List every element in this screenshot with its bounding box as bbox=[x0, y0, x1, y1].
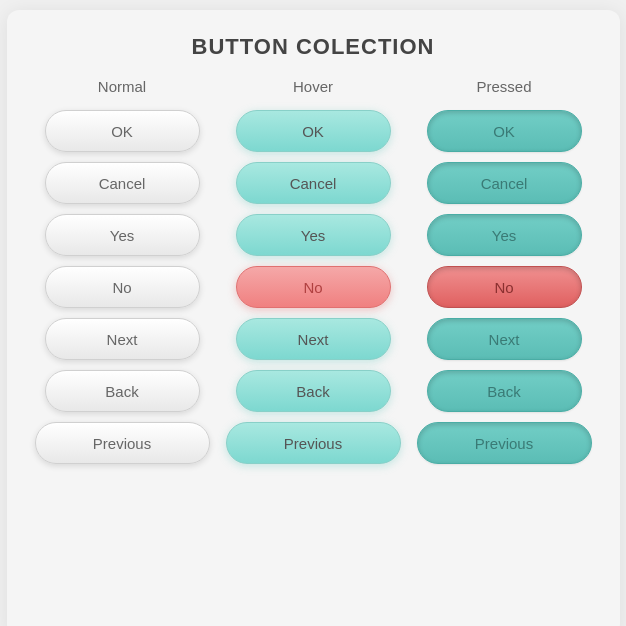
cell-cancel-normal: Cancel bbox=[27, 157, 218, 209]
btn-next-pressed[interactable]: Next bbox=[427, 318, 582, 360]
cell-yes-hover: Yes bbox=[218, 209, 409, 261]
btn-next-normal[interactable]: Next bbox=[45, 318, 200, 360]
btn-cancel-normal[interactable]: Cancel bbox=[45, 162, 200, 204]
btn-cancel-pressed[interactable]: Cancel bbox=[427, 162, 582, 204]
cell-no-hover: No bbox=[218, 261, 409, 313]
cell-next-pressed: Next bbox=[409, 313, 600, 365]
btn-ok-hover[interactable]: OK bbox=[236, 110, 391, 152]
btn-previous-pressed[interactable]: Previous bbox=[417, 422, 592, 464]
header-pressed: Pressed bbox=[409, 78, 600, 105]
cell-back-pressed: Back bbox=[409, 365, 600, 417]
cell-previous-hover: Previous bbox=[218, 417, 409, 469]
btn-yes-pressed[interactable]: Yes bbox=[427, 214, 582, 256]
cell-next-hover: Next bbox=[218, 313, 409, 365]
btn-yes-hover[interactable]: Yes bbox=[236, 214, 391, 256]
cell-back-normal: Back bbox=[27, 365, 218, 417]
cell-yes-pressed: Yes bbox=[409, 209, 600, 261]
header-normal: Normal bbox=[27, 78, 218, 105]
btn-yes-normal[interactable]: Yes bbox=[45, 214, 200, 256]
btn-previous-normal[interactable]: Previous bbox=[35, 422, 210, 464]
cell-cancel-hover: Cancel bbox=[218, 157, 409, 209]
btn-back-normal[interactable]: Back bbox=[45, 370, 200, 412]
cell-no-pressed: No bbox=[409, 261, 600, 313]
btn-ok-normal[interactable]: OK bbox=[45, 110, 200, 152]
button-grid: Normal Hover Pressed OK OK OK Cancel Can… bbox=[27, 78, 600, 469]
page-title: BUTTON COLECTION bbox=[27, 34, 600, 60]
btn-ok-pressed[interactable]: OK bbox=[427, 110, 582, 152]
btn-next-hover[interactable]: Next bbox=[236, 318, 391, 360]
btn-cancel-hover[interactable]: Cancel bbox=[236, 162, 391, 204]
cell-ok-normal: OK bbox=[27, 105, 218, 157]
btn-back-pressed[interactable]: Back bbox=[427, 370, 582, 412]
cell-no-normal: No bbox=[27, 261, 218, 313]
cell-previous-normal: Previous bbox=[27, 417, 218, 469]
cell-next-normal: Next bbox=[27, 313, 218, 365]
cell-ok-pressed: OK bbox=[409, 105, 600, 157]
header-hover: Hover bbox=[218, 78, 409, 105]
btn-no-normal[interactable]: No bbox=[45, 266, 200, 308]
btn-no-hover[interactable]: No bbox=[236, 266, 391, 308]
btn-back-hover[interactable]: Back bbox=[236, 370, 391, 412]
cell-cancel-pressed: Cancel bbox=[409, 157, 600, 209]
btn-previous-hover[interactable]: Previous bbox=[226, 422, 401, 464]
card: BUTTON COLECTION Normal Hover Pressed OK… bbox=[7, 10, 620, 626]
cell-ok-hover: OK bbox=[218, 105, 409, 157]
btn-no-pressed[interactable]: No bbox=[427, 266, 582, 308]
cell-back-hover: Back bbox=[218, 365, 409, 417]
cell-previous-pressed: Previous bbox=[409, 417, 600, 469]
cell-yes-normal: Yes bbox=[27, 209, 218, 261]
